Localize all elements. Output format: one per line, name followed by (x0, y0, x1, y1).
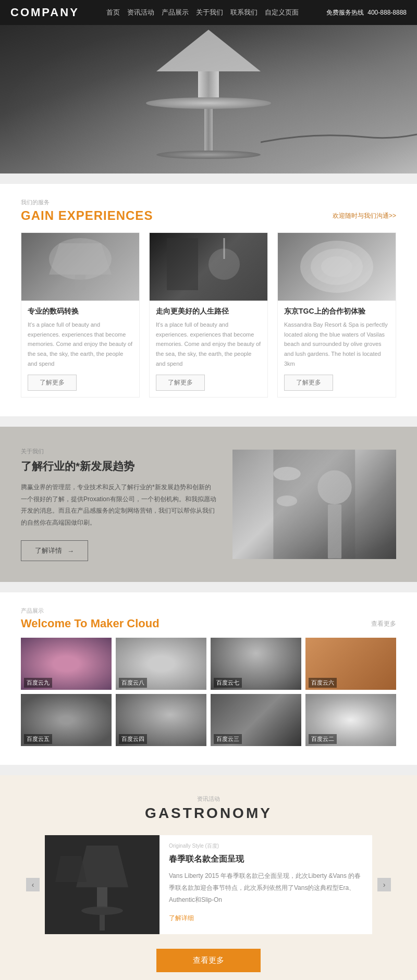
service-card-3: 东京TGC上的合作初体验 Kassandra Bay Resort & Spa … (277, 232, 396, 398)
divider-3 (0, 582, 417, 592)
site-header: COMPANY 首页资讯活动产品展示关于我们联系我们自定义页面 免费服务热线 4… (0, 0, 417, 25)
nav-item-home[interactable]: 首页 (106, 8, 120, 17)
about-title: 了解行业的*新发展趋势 (21, 458, 217, 474)
product-label-3: 百度云七 (214, 678, 242, 688)
product-label-8: 百度云二 (309, 734, 337, 744)
news-article-title: 春季联名款全面呈现 (169, 854, 363, 865)
news-body: Originally Style (百度) 春季联名款全面呈现 Vans Lib… (160, 835, 372, 934)
product-item-8[interactable]: 百度云二 (305, 694, 396, 746)
news-read-more[interactable]: 了解详细 (169, 914, 363, 923)
svg-rect-17 (97, 887, 107, 908)
news-next-btn[interactable]: › (372, 835, 396, 934)
about-image (232, 450, 396, 559)
logo[interactable]: COMPANY (10, 6, 79, 19)
nav-item-contact[interactable]: 联系我们 (230, 8, 257, 17)
card-img-1 (21, 233, 139, 301)
hero-wire (261, 127, 417, 158)
card-img-3 (278, 233, 396, 301)
product-label-5: 百度云五 (24, 734, 52, 744)
product-label-6: 百度云四 (119, 734, 147, 744)
product-item-6[interactable]: 百度云四 (116, 694, 206, 746)
card-img-2 (150, 233, 267, 301)
nav-item-about[interactable]: 关于我们 (196, 8, 223, 17)
product-item-7[interactable]: 百度云三 (211, 694, 301, 746)
news-label: 资讯活动 (21, 795, 396, 803)
services-section: 我们的服务 GAIN EXPERIENCES 欢迎随时与我们沟通>> 专业的数码… (0, 184, 417, 416)
product-item-3[interactable]: 百度云七 (211, 638, 301, 690)
divider-4 (0, 765, 417, 775)
nav-item-products[interactable]: 产品展示 (162, 8, 189, 17)
product-item-1[interactable]: 百度云九 (21, 638, 112, 690)
products-title: Welcome To Maker Cloud (21, 617, 160, 630)
card-title-3: 东京TGC上的合作初体验 (284, 307, 389, 316)
nav-item-custom[interactable]: 自定义页面 (265, 8, 299, 17)
svg-point-8 (321, 256, 352, 277)
product-item-2[interactable]: 百度云八 (116, 638, 206, 690)
services-cards: 专业的数码转换 It's a place full of beauty and … (21, 232, 396, 398)
product-item-5[interactable]: 百度云五 (21, 694, 112, 746)
nav-item-news[interactable]: 资讯活动 (127, 8, 154, 17)
news-title: GASTRONOMY (21, 805, 396, 822)
svg-rect-2 (75, 275, 85, 290)
main-nav: 首页资讯活动产品展示关于我们联系我们自定义页面 (106, 8, 299, 17)
about-btn[interactable]: 了解详情 → (21, 540, 88, 561)
about-section: 关于我们 了解行业的*新发展趋势 腾赢业界的管理层，专业技术和反入了解行业的*新… (0, 427, 417, 582)
news-prev-btn[interactable]: ‹ (21, 835, 45, 934)
card-title-1: 专业的数码转换 (28, 307, 133, 316)
svg-marker-20 (55, 856, 87, 882)
news-image (45, 835, 160, 934)
card-title-2: 走向更美好的人生路径 (156, 307, 261, 316)
about-label: 关于我们 (21, 448, 217, 455)
products-label: 产品展示 (21, 607, 396, 615)
card-btn-2[interactable]: 了解更多 (156, 375, 205, 391)
news-cta: 查看更多 (21, 949, 396, 972)
hero-section (0, 25, 417, 173)
news-meta: Originally Style (百度) (169, 842, 363, 850)
news-content-row: ‹ Originally Style (百度) 春季联名款全面呈现 Vans L… (21, 835, 396, 934)
product-label-1: 百度云九 (24, 678, 52, 688)
services-more-link[interactable]: 欢迎随时与我们沟通>> (333, 212, 396, 220)
card-desc-1: It's a place full of beauty and experien… (28, 320, 133, 368)
about-desc: 腾赢业界的管理层，专业技术和反入了解行业的*新发展趋势和创新的一个很好的了解，提… (21, 481, 217, 529)
service-card-2: 走向更美好的人生路径 It's a place full of beauty a… (149, 232, 268, 398)
hotline: 免费服务热线 400-888-8888 (326, 8, 407, 17)
card-btn-3[interactable]: 了解更多 (284, 375, 333, 391)
card-btn-1[interactable]: 了解更多 (28, 375, 77, 391)
card-desc-3: Kassandra Bay Resort & Spa is perfectly … (284, 320, 389, 368)
news-img-svg (45, 835, 160, 934)
divider-1 (0, 173, 417, 184)
product-item-4[interactable]: 百度云六 (305, 638, 396, 690)
svg-marker-1 (49, 243, 112, 275)
svg-point-18 (81, 907, 123, 915)
news-section: 资讯活动 GASTRONOMY ‹ Originally Style (百度) … (0, 775, 417, 980)
services-title: GAIN EXPERIENCES (21, 208, 153, 223)
card-desc-2: It's a place full of beauty and experien… (156, 320, 261, 368)
news-cta-btn[interactable]: 查看更多 (156, 949, 261, 972)
products-section: 产品展示 Welcome To Maker Cloud 查看更多 百度云九百度云… (0, 592, 417, 765)
about-left: 关于我们 了解行业的*新发展趋势 腾赢业界的管理层，专业技术和反入了解行业的*新… (21, 448, 217, 561)
svg-rect-19 (100, 915, 105, 931)
svg-rect-3 (167, 238, 198, 290)
product-label-7: 百度云三 (214, 734, 242, 744)
products-more-link[interactable]: 查看更多 (371, 619, 396, 628)
divider-2 (0, 416, 417, 427)
product-label-2: 百度云八 (119, 678, 147, 688)
product-grid: 百度云九百度云八百度云七百度云六百度云五百度云四百度云三百度云二 (21, 638, 396, 746)
services-label: 我们的服务 (21, 199, 396, 206)
news-article-desc: Vans Liberty 2015 年春季联名款已全面呈现，此次Liberty … (169, 870, 363, 905)
service-card-1: 专业的数码转换 It's a place full of beauty and … (21, 232, 140, 398)
product-label-4: 百度云六 (309, 678, 337, 688)
